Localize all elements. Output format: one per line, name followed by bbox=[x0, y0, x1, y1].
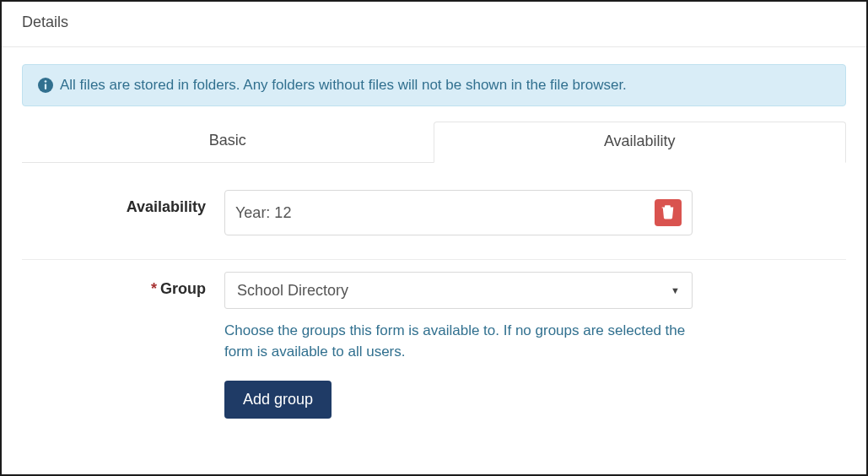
tab-availability[interactable]: Availability bbox=[434, 122, 847, 163]
caret-down-icon: ▼ bbox=[664, 285, 680, 295]
info-text: All files are stored in folders. Any fol… bbox=[60, 77, 627, 94]
required-star: * bbox=[151, 280, 157, 297]
details-panel: Details All files are stored in folders.… bbox=[0, 0, 868, 476]
label-availability: Availability bbox=[22, 190, 224, 216]
availability-item: Year: 12 bbox=[224, 190, 693, 235]
row-group: *Group School Directory ▼ Choose the gro… bbox=[22, 260, 846, 430]
group-help-text: Choose the groups this form is available… bbox=[224, 321, 693, 362]
group-selected-value: School Directory bbox=[237, 282, 664, 300]
trash-icon bbox=[661, 204, 675, 222]
svg-rect-1 bbox=[45, 84, 46, 89]
row-availability: Availability Year: 12 bbox=[22, 178, 846, 260]
label-group-text: Group bbox=[160, 280, 206, 297]
availability-value: Year: 12 bbox=[235, 204, 291, 222]
panel-title: Details bbox=[2, 2, 866, 47]
label-group: *Group bbox=[22, 272, 224, 298]
delete-availability-button[interactable] bbox=[655, 199, 682, 226]
form-area: Availability Year: 12 *Group School bbox=[2, 163, 866, 430]
tab-basic[interactable]: Basic bbox=[22, 122, 434, 162]
info-icon bbox=[38, 78, 53, 93]
svg-point-2 bbox=[45, 80, 47, 83]
tab-bar: Basic Availability bbox=[22, 122, 846, 163]
group-select[interactable]: School Directory ▼ bbox=[224, 272, 693, 309]
add-group-button[interactable]: Add group bbox=[224, 381, 332, 419]
info-banner: All files are stored in folders. Any fol… bbox=[22, 64, 846, 106]
